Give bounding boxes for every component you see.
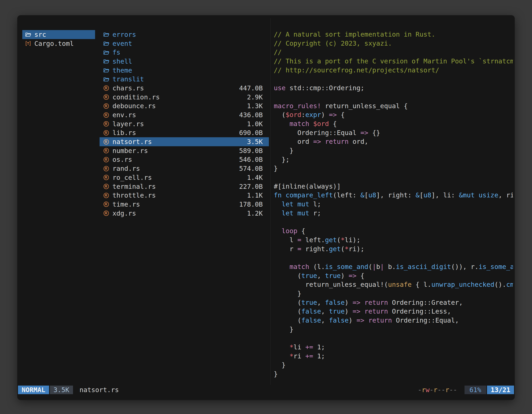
file-row-rand.rs[interactable]: rand.rs574.0B xyxy=(100,164,269,173)
dir-row-event[interactable]: event xyxy=(100,39,269,48)
rust-icon xyxy=(103,103,110,109)
code-line xyxy=(274,334,513,343)
file-preview-pane: // A natural sort implementation in Rust… xyxy=(274,30,513,379)
entry-name: xdg.rs xyxy=(113,210,136,217)
file-row-number.rs[interactable]: number.rs589.0B xyxy=(100,146,269,155)
entry-name: chars.rs xyxy=(113,84,144,92)
rust-icon xyxy=(103,201,110,208)
file-row-ro_cell.rs[interactable]: ro_cell.rs1.4K xyxy=(100,173,269,182)
status-bar: NORMAL 3.5K natsort.rs -rw-r--r-- 61% 13… xyxy=(18,385,514,394)
code-line: match (l.is_some_and(|b| b.is_ascii_digi… xyxy=(274,262,513,271)
code-line xyxy=(274,253,513,262)
code-line xyxy=(274,75,513,84)
file-row-lib.rs[interactable]: lib.rs690.0B xyxy=(100,128,269,137)
permission-char: r xyxy=(422,386,426,394)
file-row-terminal.rs[interactable]: terminal.rs227.0B xyxy=(100,182,269,191)
code-line: ord => return ord, xyxy=(274,137,513,146)
rust-icon xyxy=(103,85,110,91)
code-line: // http://sourcefrog.net/projects/natsor… xyxy=(274,66,513,75)
rust-icon xyxy=(103,94,110,100)
code-line: *li += 1; xyxy=(274,343,513,352)
entry-size: 3.5K xyxy=(247,138,263,146)
rust-icon xyxy=(103,147,110,154)
entry-size: 436.0B xyxy=(239,111,263,119)
entry-name: rand.rs xyxy=(113,165,140,173)
code-line: } xyxy=(274,370,513,379)
entry-name: debounce.rs xyxy=(113,102,156,110)
folder-open-icon xyxy=(103,31,110,38)
code-line xyxy=(274,93,513,102)
file-size-badge: 3.5K xyxy=(50,385,73,394)
file-row-condition.rs[interactable]: condition.rs2.9K xyxy=(100,93,269,102)
code-line: r = right.get(*ri); xyxy=(274,245,513,254)
status-spacer xyxy=(119,385,418,394)
code-line: loop { xyxy=(274,227,513,236)
file-row-natsort.rs[interactable]: natsort.rs3.5K xyxy=(100,137,269,146)
rust-icon xyxy=(103,210,110,217)
entry-name: number.rs xyxy=(113,147,148,155)
code-line: } xyxy=(274,164,513,173)
entry-name: src xyxy=(34,31,46,39)
code-line: (false, false) => return Ordering::Equal… xyxy=(274,316,513,325)
entry-size: 447.0B xyxy=(239,84,263,92)
permission-char: r xyxy=(445,386,449,394)
entry-name: errors xyxy=(113,31,136,39)
cursor-position: 13/21 xyxy=(487,385,514,394)
file-row-throttle.rs[interactable]: throttle.rs1.1K xyxy=(100,191,269,200)
folder-open-icon xyxy=(103,40,110,47)
file-row-env.rs[interactable]: env.rs436.0B xyxy=(100,110,269,119)
parent-directory-pane: srcCargo.toml xyxy=(22,30,95,48)
entry-name: env.rs xyxy=(113,111,136,119)
code-line: (true, true) => { xyxy=(274,271,513,280)
file-row-xdg.rs[interactable]: xdg.rs1.2K xyxy=(100,209,269,218)
file-row-debounce.rs[interactable]: debounce.rs1.3K xyxy=(100,102,269,111)
file-row-Cargo.toml[interactable]: Cargo.toml xyxy=(22,39,95,48)
entry-name: translit xyxy=(113,75,144,83)
folder-open-icon xyxy=(103,76,110,83)
entry-name: throttle.rs xyxy=(113,192,156,199)
entry-name: Cargo.toml xyxy=(34,40,74,48)
rust-icon xyxy=(103,192,110,199)
file-row-time.rs[interactable]: time.rs178.0B xyxy=(100,200,269,209)
rust-icon xyxy=(103,156,110,163)
code-line: } xyxy=(274,325,513,334)
entry-size: 2.9K xyxy=(247,93,263,101)
rust-icon xyxy=(103,174,110,181)
dir-row-translit[interactable]: translit xyxy=(100,75,269,84)
scroll-percentage: 61% xyxy=(465,385,486,394)
dir-row-fs[interactable]: fs xyxy=(100,48,269,57)
code-line: #[inline(always)] xyxy=(274,182,513,191)
entry-name: lib.rs xyxy=(113,129,136,137)
permission-char: - xyxy=(453,386,457,394)
rust-icon xyxy=(103,183,110,190)
code-line: // Copyright (c) 2023, sxyazi. xyxy=(274,39,513,48)
dir-row-src[interactable]: src xyxy=(22,30,95,39)
code-line: fn compare_left(left: &[u8], right: &[u8… xyxy=(274,191,513,200)
dir-row-theme[interactable]: theme xyxy=(100,66,269,75)
entry-name: layer.rs xyxy=(113,120,144,128)
dir-row-errors[interactable]: errors xyxy=(100,30,269,39)
file-row-layer.rs[interactable]: layer.rs1.0K xyxy=(100,119,269,128)
entry-name: terminal.rs xyxy=(113,183,156,191)
entry-name: condition.rs xyxy=(113,93,160,101)
file-permissions: -rw-r--r-- xyxy=(418,385,457,394)
code-line: // A natural sort implementation in Rust… xyxy=(274,30,513,39)
current-directory-pane: errorseventfsshellthemetranslitchars.rs4… xyxy=(100,30,269,218)
desktop: { "left_pane": { "items": [ {"icon": "fo… xyxy=(0,0,532,414)
permission-char: - xyxy=(441,386,445,394)
mode-indicator: NORMAL xyxy=(18,385,49,394)
code-line: }; xyxy=(274,155,513,164)
file-row-os.rs[interactable]: os.rs546.0B xyxy=(100,155,269,164)
folder-open-icon xyxy=(103,49,110,56)
entry-size: 1.2K xyxy=(247,210,263,217)
status-filename: natsort.rs xyxy=(80,385,119,394)
entry-name: fs xyxy=(113,48,120,56)
rust-icon xyxy=(103,120,110,127)
entry-name: os.rs xyxy=(113,156,132,164)
permission-char: - xyxy=(429,386,433,394)
code-line: let mut l; xyxy=(274,200,513,209)
code-line xyxy=(274,218,513,227)
file-row-chars.rs[interactable]: chars.rs447.0B xyxy=(100,84,269,93)
entry-name: time.rs xyxy=(113,201,140,208)
dir-row-shell[interactable]: shell xyxy=(100,57,269,66)
